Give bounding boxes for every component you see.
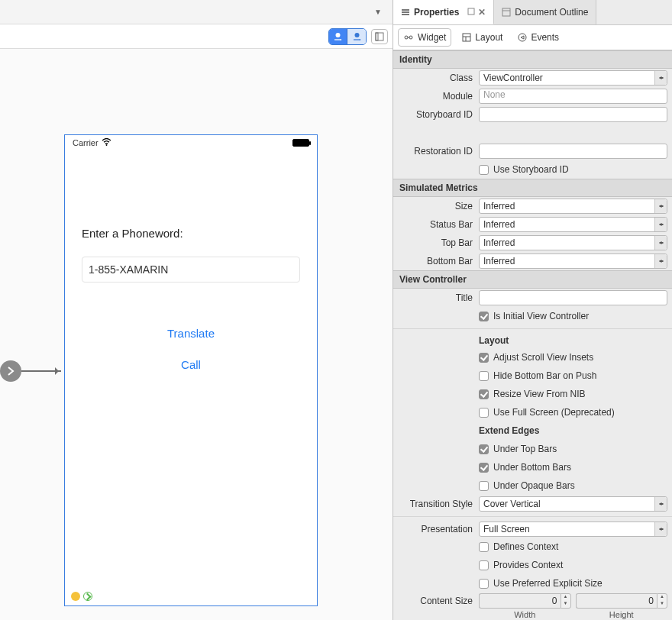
- canvas[interactable]: Carrier Enter a Phoneword: 1-855-XAMARIN…: [0, 49, 393, 620]
- close-icon[interactable]: ✕: [478, 7, 486, 18]
- topbar-label: Top Bar: [393, 237, 479, 248]
- dropdown-icon[interactable]: ▼: [374, 8, 382, 16]
- exit-icon[interactable]: [83, 592, 92, 601]
- widget-icon: [403, 33, 414, 42]
- storyboard-id-input[interactable]: [479, 107, 667, 122]
- svg-point-22: [409, 36, 412, 39]
- inspector-panel: Properties ✕ Document Outline Widget Lay…: [393, 0, 672, 620]
- height-label: Height: [576, 610, 668, 619]
- svg-point-27: [519, 34, 526, 41]
- status-bar: Carrier: [65, 135, 317, 150]
- layout-icon: [462, 33, 471, 42]
- adjust-insets-checkbox[interactable]: Adjust Scroll View Insets: [479, 352, 667, 363]
- design-canvas-pane: ▼ Carrier: [0, 0, 393, 620]
- svg-point-21: [405, 36, 408, 39]
- property-subtabs: Widget Layout Events: [393, 25, 672, 50]
- translate-button[interactable]: Translate: [82, 327, 300, 340]
- first-responder-icon[interactable]: [71, 592, 80, 601]
- initial-vc-arrow[interactable]: [0, 370, 61, 372]
- storyboard-id-label: Storyboard ID: [393, 109, 479, 120]
- module-input[interactable]: None: [479, 89, 667, 104]
- size-select[interactable]: Inferred: [479, 199, 667, 214]
- title-input[interactable]: [479, 290, 667, 305]
- svg-point-0: [336, 33, 341, 37]
- svg-point-5: [339, 39, 340, 40]
- presentation-select[interactable]: Full Screen: [479, 522, 667, 537]
- toggle-outline-button[interactable]: [371, 29, 388, 44]
- undock-icon[interactable]: [467, 7, 475, 18]
- properties-icon: [401, 8, 410, 17]
- class-label: Class: [393, 73, 479, 83]
- hide-bottom-bar-checkbox[interactable]: Hide Bottom Bar on Push: [479, 370, 667, 381]
- battery-icon: [292, 139, 309, 147]
- provides-context-checkbox[interactable]: Provides Context: [479, 560, 667, 570]
- width-stepper[interactable]: ▲▼: [561, 593, 571, 609]
- constraint-mode-segment[interactable]: [328, 28, 367, 45]
- title-label: Title: [393, 292, 479, 303]
- width-input[interactable]: 0▲▼: [479, 593, 571, 609]
- entry-point-icon: [0, 360, 21, 382]
- section-identity: Identity: [393, 50, 672, 69]
- section-view-controller: View Controller: [393, 270, 672, 289]
- section-simulated-metrics: Simulated Metrics: [393, 179, 672, 197]
- carrier-label: Carrier: [73, 138, 99, 147]
- wifi-icon: [102, 138, 111, 147]
- transition-select[interactable]: Cover Vertical: [479, 496, 667, 512]
- layout-header: Layout: [479, 334, 667, 347]
- svg-point-10: [357, 39, 357, 40]
- phoneword-textfield[interactable]: 1-855-XAMARIN: [82, 257, 300, 283]
- defines-context-checkbox[interactable]: Defines Context: [479, 541, 667, 552]
- topbar-select[interactable]: Inferred: [479, 235, 667, 250]
- height-stepper[interactable]: ▲▼: [657, 593, 667, 609]
- under-opaque-checkbox[interactable]: Under Opaque Bars: [479, 480, 667, 491]
- content-size-label: Content Size: [393, 593, 479, 606]
- design-toolbar: ▼: [0, 0, 393, 24]
- use-storyboard-id-checkbox[interactable]: Use Storyboard ID: [479, 164, 667, 175]
- bottombar-select[interactable]: Inferred: [479, 253, 667, 269]
- svg-point-4: [338, 39, 338, 40]
- events-icon: [518, 33, 527, 42]
- presentation-label: Presentation: [393, 524, 479, 534]
- svg-rect-16: [402, 11, 409, 13]
- full-screen-checkbox[interactable]: Use Full Screen (Deprecated): [479, 407, 667, 418]
- svg-rect-13: [376, 33, 378, 40]
- under-bottom-checkbox[interactable]: Under Bottom Bars: [479, 462, 667, 473]
- call-button[interactable]: Call: [82, 358, 300, 371]
- svg-rect-17: [402, 14, 409, 15]
- subtab-layout[interactable]: Layout: [457, 29, 507, 46]
- subtab-events[interactable]: Events: [513, 29, 564, 46]
- is-initial-checkbox[interactable]: Is Initial View Controller: [479, 311, 667, 321]
- svg-rect-24: [463, 34, 470, 41]
- inspector-tabs: Properties ✕ Document Outline: [393, 0, 672, 25]
- class-select[interactable]: ViewController: [479, 70, 667, 86]
- svg-point-6: [354, 33, 359, 37]
- statusbar-select[interactable]: Inferred: [479, 217, 667, 232]
- svg-point-11: [358, 39, 359, 40]
- tab-document-outline[interactable]: Document Outline: [494, 0, 596, 24]
- restoration-id-input[interactable]: [479, 144, 667, 159]
- size-label: Size: [393, 201, 479, 212]
- phoneword-label[interactable]: Enter a Phoneword:: [82, 227, 300, 240]
- svg-point-8: [354, 39, 354, 40]
- tab-properties[interactable]: Properties ✕: [393, 0, 494, 24]
- resize-from-nib-checkbox[interactable]: Resize View From NIB: [479, 389, 667, 399]
- svg-rect-15: [402, 9, 409, 11]
- outline-icon: [502, 8, 511, 17]
- module-label: Module: [393, 91, 479, 102]
- bottombar-label: Bottom Bar: [393, 256, 479, 266]
- svg-point-2: [334, 39, 335, 40]
- under-top-checkbox[interactable]: Under Top Bars: [479, 444, 667, 454]
- view-controller-scene[interactable]: Carrier Enter a Phoneword: 1-855-XAMARIN…: [64, 134, 318, 606]
- scene-dock: [71, 592, 92, 601]
- svg-point-3: [336, 39, 337, 40]
- frame-mode-button[interactable]: [329, 29, 347, 44]
- svg-rect-12: [376, 33, 383, 40]
- constraint-mode-button[interactable]: [347, 29, 366, 44]
- explicit-size-checkbox[interactable]: Use Preferred Explicit Size: [479, 578, 667, 589]
- restoration-id-label: Restoration ID: [393, 146, 479, 157]
- height-input[interactable]: 0▲▼: [576, 593, 668, 609]
- statusbar-label: Status Bar: [393, 219, 479, 230]
- svg-point-14: [105, 144, 107, 146]
- extend-edges-header: Extend Edges: [479, 424, 667, 438]
- subtab-widget[interactable]: Widget: [398, 28, 451, 47]
